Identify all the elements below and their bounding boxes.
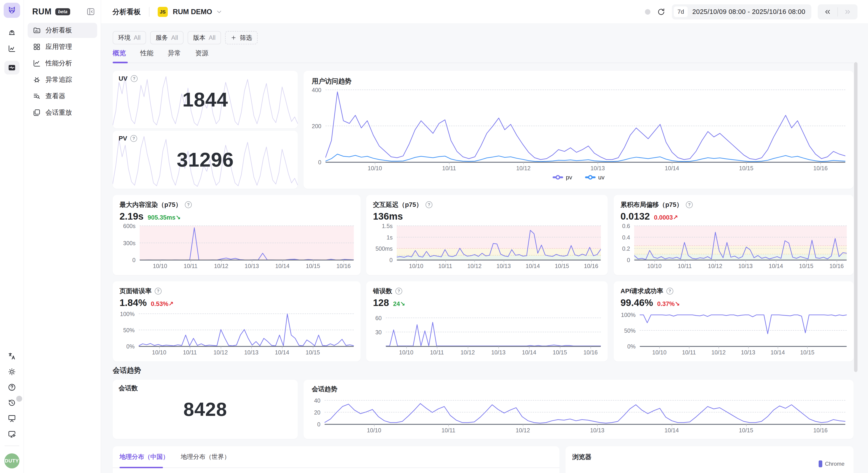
history-icon[interactable] — [7, 399, 16, 407]
list-search-icon — [33, 92, 41, 100]
pv-label: PV — [119, 135, 127, 142]
project-selector[interactable]: RUM DEMO — [173, 8, 212, 16]
sidebar-item-label: 分析看板 — [45, 26, 72, 35]
topbar: 分析看板 JS RUM DEMO 7d 2025/10/09 08:00 - 2… — [101, 0, 868, 24]
help-circle-icon[interactable]: ? — [130, 135, 137, 142]
metric-title: 最大内容渲染（p75） — [120, 200, 182, 209]
tab-geo-world[interactable]: 地理分布（世界） — [181, 453, 230, 468]
page-title: 分析看板 — [113, 7, 141, 17]
inp-chart[interactable]: 0500ms1s1.5s10/1010/1110/1210/1310/1410/… — [373, 226, 601, 270]
tab-overview[interactable]: 概览 — [113, 49, 126, 58]
filter-label: 服务 — [156, 34, 168, 42]
sidebar-item-label: 应用管理 — [45, 42, 72, 52]
page-error-rate-card: 页面错误率? 1.84%0.53%↗ 0%50%100%10/1010/1110… — [113, 281, 361, 361]
analytics-icon[interactable] — [7, 44, 16, 53]
cat-logo-icon — [7, 5, 17, 15]
sidebar-item-label: 会话重放 — [45, 108, 72, 117]
help-circle-icon[interactable]: ? — [155, 288, 162, 294]
browser-card-title: 浏览器 — [565, 446, 854, 461]
help-circle-icon[interactable]: ? — [131, 75, 137, 82]
geo-distribution-card: 地理分布（中国） 地理分布（世界） — [113, 446, 559, 473]
filter-value: All — [209, 34, 216, 41]
alarm-icon[interactable] — [7, 28, 16, 37]
app-logo[interactable] — [4, 3, 20, 18]
sidebar-item-explorer[interactable]: 查看器 — [28, 89, 97, 104]
monitor-pulse-active[interactable] — [4, 61, 20, 74]
grid-icon — [33, 43, 41, 51]
tab-bar: 概览 性能 异常 资源 — [113, 49, 854, 63]
metric-delta: 905.35ms↘ — [148, 214, 181, 221]
sessions-trend-card: 会话趋势 0204010/1010/1110/1210/1310/1410/15… — [304, 380, 854, 439]
filter-service[interactable]: 服务 All — [150, 31, 184, 44]
pv-card: PV ? 31296 — [113, 131, 298, 189]
api-success-chart[interactable]: 0%50%100%10/1010/1110/1210/1310/1410/15 — [620, 312, 847, 356]
metric-title: 交互延迟（p75） — [373, 200, 422, 209]
filter-version[interactable]: 版本 All — [188, 31, 221, 44]
help-circle-icon[interactable]: ? — [666, 288, 673, 294]
presentation-icon[interactable] — [7, 414, 16, 423]
sidebar-item-session-replay[interactable]: 会话重放 — [28, 105, 97, 120]
js-project-badge: JS — [158, 7, 168, 17]
date-range-picker[interactable]: 7d 2025/10/09 08:00 - 2025/10/16 08:00 — [672, 4, 811, 20]
plus-icon — [230, 35, 237, 41]
time-shift-buttons — [818, 4, 858, 20]
beta-badge: beta — [55, 8, 70, 15]
sidebar-collapse-icon[interactable] — [86, 7, 95, 16]
theme-sun-icon[interactable] — [7, 368, 16, 376]
status-dot — [645, 9, 650, 14]
translate-icon[interactable] — [7, 352, 16, 360]
notification-dot — [16, 396, 22, 402]
add-filter-label: 筛选 — [240, 34, 252, 42]
help-circle-icon[interactable]: ? — [426, 201, 432, 208]
monitor-settings-icon[interactable] — [7, 430, 16, 438]
visit-trend-chart[interactable]: 020040010/1010/1110/1210/1310/1410/1510/… — [312, 90, 845, 183]
next-range-button[interactable] — [838, 4, 858, 20]
metric-delta: 0.0003↗ — [654, 214, 678, 221]
metric-title: 错误数 — [373, 287, 392, 295]
uv-label: UV — [119, 75, 127, 82]
sidebar-item-label: 性能分析 — [45, 59, 72, 68]
page-error-rate-chart[interactable]: 0%50%100%10/1010/1110/1210/1310/1410/15 — [120, 312, 354, 356]
metric-title: API请求成功率 — [620, 287, 663, 295]
cls-card: 累积布局偏移（p75）? 0.01320.0003↗ 00.20.40.610/… — [614, 195, 854, 275]
chrome-legend-swatch — [818, 461, 822, 467]
filter-label: 版本 — [193, 34, 206, 42]
vertical-scrollbar[interactable] — [854, 62, 858, 372]
refresh-icon[interactable] — [657, 7, 665, 16]
tab-resources[interactable]: 资源 — [195, 49, 209, 58]
cls-chart[interactable]: 00.20.40.610/1010/1110/1210/1310/1410/15… — [620, 226, 847, 270]
tab-performance[interactable]: 性能 — [140, 49, 153, 58]
sidebar-item-performance[interactable]: 性能分析 — [28, 56, 97, 71]
api-success-card: API请求成功率? 99.46%0.37%↘ 0%50%100%10/1010/… — [614, 281, 854, 361]
sidebar-item-label: 异常追踪 — [45, 75, 72, 84]
help-circle-icon[interactable]: ? — [185, 201, 192, 208]
tab-errors[interactable]: 异常 — [168, 49, 181, 58]
lcp-chart[interactable]: 0300s600s10/1010/1110/1210/1310/1410/151… — [120, 226, 354, 270]
help-circle-icon[interactable]: ? — [395, 288, 402, 294]
sidebar-item-label: 查看器 — [45, 92, 65, 101]
date-range-text: 2025/10/09 08:00 - 2025/10/16 08:00 — [692, 8, 805, 15]
browser-legend-item[interactable]: Chrome — [818, 461, 844, 467]
tab-geo-china[interactable]: 地理分布（中国） — [120, 453, 169, 468]
error-count-chart[interactable]: 306010/1010/1110/1210/1310/1410/1510/16 — [373, 312, 601, 356]
chart-legend: pvuv — [312, 172, 845, 183]
error-count-card: 错误数? 12824↘ 306010/1010/1110/1210/1310/1… — [366, 281, 608, 361]
dashboard-folder-icon — [33, 26, 41, 34]
sidebar-item-errors[interactable]: 异常追踪 — [28, 72, 97, 87]
lcp-card: 最大内容渲染（p75）? 2.19s905.35ms↘ 0300s600s10/… — [113, 195, 361, 275]
filter-value: All — [171, 34, 178, 41]
sidebar-item-dashboard[interactable]: 分析看板 — [28, 23, 97, 38]
metric-value: 2.19s — [120, 211, 144, 222]
help-icon[interactable] — [7, 383, 16, 392]
metric-delta: 0.37%↘ — [657, 300, 680, 308]
filter-label: 环境 — [118, 34, 130, 42]
metric-value: 0.0132 — [620, 211, 650, 222]
previous-range-button[interactable] — [818, 4, 837, 20]
sessions-trend-chart[interactable]: 0204010/1010/1110/1210/1310/1410/1510/16 — [312, 398, 845, 434]
filter-environment[interactable]: 环境 All — [113, 31, 146, 44]
avatar[interactable]: DUTY — [4, 453, 20, 468]
add-filter-button[interactable]: 筛选 — [225, 31, 257, 44]
chevron-down-icon[interactable] — [216, 8, 223, 15]
sidebar-item-apps[interactable]: 应用管理 — [28, 39, 97, 54]
help-circle-icon[interactable]: ? — [686, 201, 693, 208]
